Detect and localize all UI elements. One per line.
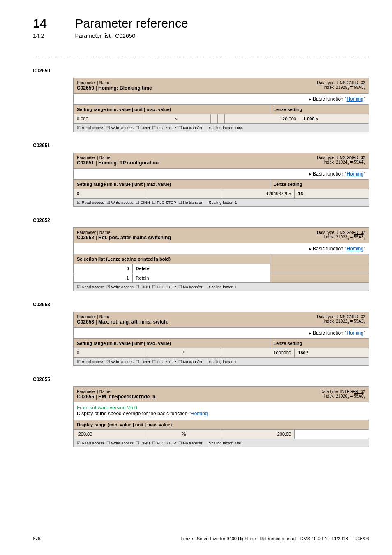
setting-range-header: Setting range (min. value | unit | max. … — [74, 180, 270, 189]
index-c02651: Index: 21924d = 55A4h — [317, 160, 365, 166]
c02653-unit: ° — [147, 348, 221, 357]
c02652-opt0-txt: Delete — [133, 264, 270, 273]
subsection-title: Parameter list | C02650 — [75, 32, 135, 39]
param-name-label: Parameter | Name: — [77, 230, 310, 235]
link-homing[interactable]: Homing — [346, 171, 363, 177]
param-anchor-c02650: C02650 — [33, 68, 369, 74]
param-block-c02653: Parameter | Name: C02653 | Max. rot. ang… — [73, 312, 369, 366]
c02651-unit — [147, 189, 221, 198]
param-block-c02650: Parameter | Name: C02650 | Homing: Block… — [73, 78, 369, 132]
display-range-header: Display range (min. value | unit | max. … — [74, 420, 270, 429]
access-flags-c02652: ☑ Read access ☑ Write access ☐ CINH ☐ PL… — [74, 283, 205, 291]
c02651-min: 0 — [74, 189, 147, 198]
access-flags-c02653: ☑ Read access ☑ Write access ☐ CINH ☐ PL… — [74, 358, 205, 365]
lenze-setting-header: Lenze setting — [270, 180, 369, 189]
param-name-c02655: C02655 | HM_dnSpeedOverride_n — [77, 394, 314, 400]
chapter-header: 14 Parameter reference — [33, 16, 369, 30]
c02655-min: -200.00 — [74, 430, 147, 439]
index-c02650: Index: 21925d = 55A5h — [317, 85, 365, 91]
c02650-unit: s — [142, 114, 211, 123]
setting-range-header: Setting range (min. value | unit | max. … — [74, 339, 270, 348]
arrow-icon: ▸ Basic function " — [309, 96, 347, 102]
scaling-c02651: Scaling factor: 1 — [205, 199, 369, 206]
chapter-number: 14 — [33, 16, 73, 30]
access-flags-c02650: ☑ Read access ☑ Write access ☐ CINH ☐ PL… — [74, 124, 205, 132]
c02651-lenze: 16 — [295, 189, 369, 198]
link-homing[interactable]: Homing — [346, 246, 363, 252]
link-homing[interactable]: Homing — [346, 330, 363, 336]
c02651-max: 4294967295 — [221, 189, 295, 198]
link-homing[interactable]: Homing — [346, 96, 363, 102]
selection-list-header: Selection list (Lenze setting printed in… — [74, 254, 270, 264]
param-name-c02651: C02651 | Homing: TP configuration — [77, 160, 310, 166]
c02653-max: 1000000 — [221, 348, 295, 357]
divider-dashes: _ _ _ _ _ _ _ _ _ _ _ _ _ _ _ _ _ _ _ _ … — [33, 51, 369, 57]
c02650-lenze: 1.000 s — [300, 114, 369, 123]
footer-info: Lenze · Servo-Inverter 9400 HighLine · R… — [181, 536, 369, 541]
c02655-max: 200.00 — [221, 430, 295, 439]
c02652-opt0-num: 0 — [74, 264, 133, 273]
scaling-c02652: Scaling factor: 1 — [205, 283, 369, 291]
subsection-number: 14.2 — [33, 32, 73, 39]
param-anchor-c02651: C02651 — [33, 143, 369, 148]
c02655-unit: % — [147, 430, 221, 439]
param-name-label: Parameter | Name: — [77, 314, 310, 319]
scaling-c02653: Scaling factor: 1 — [205, 358, 369, 365]
arrow-icon: ▸ Basic function " — [309, 330, 347, 336]
lenze-setting-header: Lenze setting — [270, 105, 369, 114]
c02652-opt1-txt: Retain — [133, 273, 270, 282]
data-type-c02650: Data type: UNSIGNED_32 — [317, 81, 365, 85]
param-block-c02652: Parameter | Name: C02652 | Ref. pos. aft… — [73, 227, 369, 291]
param-anchor-c02655: C02655 — [33, 377, 369, 382]
param-name-label: Parameter | Name: — [77, 389, 314, 394]
scaling-c02650: Scaling factor: 1000 — [205, 124, 369, 132]
data-type-c02651: Data type: UNSIGNED_32 — [317, 155, 365, 160]
link-homing[interactable]: Homing — [191, 411, 208, 416]
c02655-description: Display of the speed override for the ba… — [77, 411, 365, 416]
subsection-header: 14.2 Parameter list | C02650 — [33, 32, 369, 39]
c02650-max: 120.000 — [231, 114, 300, 123]
data-type-c02653: Data type: UNSIGNED_32 — [317, 314, 365, 319]
param-anchor-c02653: C02653 — [33, 302, 369, 308]
arrow-icon: ▸ Basic function " — [309, 246, 347, 252]
lenze-setting-header: Lenze setting — [270, 339, 369, 348]
page-footer: 876 Lenze · Servo-Inverter 9400 HighLine… — [33, 536, 369, 541]
scaling-c02655: Scaling factor: 100 — [205, 439, 369, 447]
from-software-version: From software version V5.0 — [77, 405, 365, 411]
param-name-label: Parameter | Name: — [77, 155, 310, 160]
param-name-c02652: C02652 | Ref. pos. after mains switching — [77, 235, 310, 240]
c02650-min: 0.000 — [74, 114, 142, 123]
param-anchor-c02652: C02652 — [33, 217, 369, 223]
param-name-c02650: C02650 | Homing: Blocking time — [77, 85, 310, 91]
index-c02653: Index: 21922d = 55A2h — [317, 319, 365, 325]
data-type-c02655: Data type: INTEGER_32 — [321, 389, 366, 394]
access-flags-c02651: ☑ Read access ☑ Write access ☐ CINH ☐ PL… — [74, 199, 205, 206]
param-block-c02655: Parameter | Name: C02655 | HM_dnSpeedOve… — [73, 386, 369, 447]
c02653-lenze: 180 ° — [295, 348, 369, 357]
setting-range-header: Setting range (min. value | unit | max. … — [74, 105, 270, 114]
index-c02655: Index: 21920d = 55A0h — [321, 394, 366, 400]
data-type-c02652: Data type: UNSIGNED_32 — [317, 230, 365, 235]
chapter-title: Parameter reference — [75, 16, 188, 30]
param-name-label: Parameter | Name: — [77, 81, 310, 85]
param-name-c02653: C02653 | Max. rot. ang. aft. mns. swtch. — [77, 319, 310, 325]
c02652-opt1-num: 1 — [74, 273, 133, 282]
index-c02652: Index: 21923d = 55A3h — [317, 235, 365, 240]
param-block-c02651: Parameter | Name: C02651 | Homing: TP co… — [73, 153, 369, 207]
c02653-min: 0 — [74, 348, 147, 357]
page-number: 876 — [33, 536, 40, 541]
access-flags-c02655: ☑ Read access ☐ Write access ☐ CINH ☐ PL… — [74, 439, 205, 447]
arrow-icon: ▸ Basic function " — [309, 171, 347, 177]
